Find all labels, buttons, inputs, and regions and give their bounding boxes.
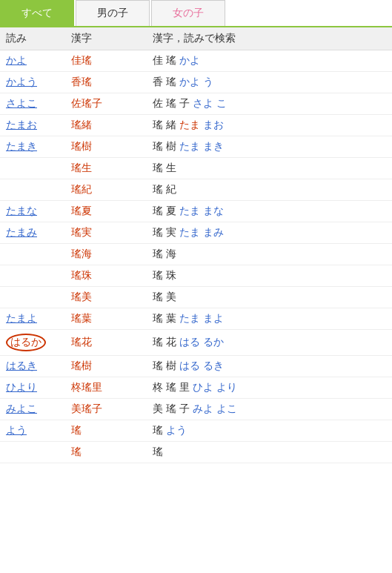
cell-yomi: [0, 265, 65, 287]
search-part: 香: [153, 76, 163, 87]
search-part: 花: [166, 336, 176, 348]
cell-kanji: 瑤花: [65, 330, 147, 356]
search-part: 瑤: [153, 119, 163, 130]
cell-yomi: たまみ: [0, 222, 65, 244]
cell-search: 瑤 美: [147, 287, 392, 308]
cell-yomi: [0, 158, 65, 179]
kanji-link[interactable]: 柊瑤里: [71, 381, 102, 393]
cell-yomi: [0, 244, 65, 265]
cell-yomi: よう: [0, 420, 65, 442]
kanji-link[interactable]: 瑤海: [71, 248, 92, 259]
yomi-link[interactable]: はるき: [6, 360, 37, 371]
kanji-link[interactable]: 瑤葉: [71, 312, 92, 324]
kanji-link[interactable]: 瑤花: [71, 336, 92, 348]
yomi-link-circled[interactable]: はるか: [6, 334, 46, 351]
search-part: 紀: [166, 183, 176, 195]
cell-kanji: 佐瑤子: [65, 93, 147, 115]
search-part: 緒: [166, 119, 176, 130]
cell-yomi: たまき: [0, 136, 65, 158]
search-part: たま: [179, 119, 200, 130]
search-part: 瑤: [153, 424, 163, 436]
table-row: 瑤瑤: [0, 442, 392, 463]
kanji-link[interactable]: 瑤樹: [71, 140, 92, 152]
cell-kanji: 瑤生: [65, 158, 147, 179]
table-row: たまき瑤樹瑤 樹 たま まき: [0, 136, 392, 158]
yomi-link[interactable]: かよう: [6, 76, 37, 87]
table-row: ひより柊瑤里柊 瑤 里 ひよ より: [0, 377, 392, 399]
yomi-link[interactable]: たまよ: [6, 312, 37, 324]
cell-search: 美 瑤 子 みよ よこ: [147, 399, 392, 420]
table-row: みよこ美瑤子美 瑤 子 みよ よこ: [0, 399, 392, 420]
yomi-link[interactable]: たまき: [6, 140, 37, 152]
search-part: 瑤: [166, 76, 176, 87]
search-part: まみ: [203, 226, 224, 238]
search-part: よう: [166, 424, 187, 436]
kanji-link[interactable]: 瑤夏: [71, 205, 92, 216]
col-search: 漢字，読みで検索: [147, 27, 392, 50]
cell-search: 瑤 実 たま まみ: [147, 222, 392, 244]
search-part: 夏: [166, 205, 176, 216]
cell-search: 瑤 夏 たま まな: [147, 201, 392, 222]
table-row: たまみ瑤実瑤 実 たま まみ: [0, 222, 392, 244]
kanji-link[interactable]: 瑤緒: [71, 119, 92, 130]
search-part: はる: [179, 360, 200, 371]
search-part: 美: [166, 291, 176, 302]
cell-search: 瑤 緒 たま まお: [147, 115, 392, 136]
kanji-link[interactable]: 佳瑤: [71, 54, 92, 66]
table-row: かよ佳瑤佳 瑤 かよ: [0, 50, 392, 72]
table-row: 瑤紀瑤 紀: [0, 179, 392, 201]
results-table-container: 読み 漢字 漢字，読みで検索 かよ佳瑤佳 瑤 かよかよう香瑤香 瑤 かよ うさよ…: [0, 27, 392, 463]
kanji-link[interactable]: 瑤紀: [71, 183, 92, 195]
tab-female[interactable]: 女の子: [151, 0, 225, 26]
kanji-link[interactable]: 瑤生: [71, 162, 92, 173]
kanji-link[interactable]: 香瑤: [71, 76, 92, 87]
kanji-link[interactable]: 瑤美: [71, 291, 92, 302]
kanji-link[interactable]: 佐瑤子: [71, 97, 102, 109]
yomi-link[interactable]: みよこ: [6, 403, 37, 414]
search-part: 瑤: [153, 183, 163, 195]
yomi-link[interactable]: ひより: [6, 381, 37, 393]
kanji-link[interactable]: 瑤: [71, 446, 82, 457]
cell-search: 瑤: [147, 442, 392, 463]
yomi-link[interactable]: たまお: [6, 119, 37, 130]
table-row: 瑤美瑤 美: [0, 287, 392, 308]
search-part: こ: [216, 97, 227, 109]
table-row: 瑤珠瑤 珠: [0, 265, 392, 287]
yomi-link[interactable]: たまな: [6, 205, 37, 216]
search-part: よこ: [216, 403, 237, 414]
yomi-link[interactable]: かよ: [6, 54, 27, 66]
search-part: かよ: [179, 76, 200, 87]
kanji-link[interactable]: 瑤樹: [71, 360, 92, 371]
search-part: 子: [179, 97, 190, 109]
tab-all[interactable]: すべて: [0, 0, 74, 26]
yomi-link[interactable]: たまみ: [6, 226, 37, 238]
cell-kanji: 瑤海: [65, 244, 147, 265]
search-part: 珠: [166, 269, 176, 281]
yomi-link[interactable]: よう: [6, 424, 27, 436]
table-row: たまな瑤夏瑤 夏 たま まな: [0, 201, 392, 222]
cell-yomi: ひより: [0, 377, 65, 399]
search-part: 瑤: [153, 446, 163, 457]
header-row: 読み 漢字 漢字，読みで検索: [0, 27, 392, 50]
search-part: 樹: [166, 140, 176, 152]
search-part: はる: [179, 336, 200, 348]
tab-male[interactable]: 男の子: [76, 0, 150, 26]
cell-kanji: 瑤紀: [65, 179, 147, 201]
search-part: たま: [179, 140, 200, 152]
kanji-link[interactable]: 瑤珠: [71, 269, 92, 281]
search-part: まお: [203, 119, 224, 130]
kanji-link[interactable]: 美瑤子: [71, 403, 102, 414]
search-part: るき: [203, 360, 224, 371]
kanji-link[interactable]: 瑤: [71, 424, 82, 436]
yomi-link[interactable]: さよこ: [6, 97, 37, 109]
search-part: 瑤: [153, 291, 163, 302]
col-kanji: 漢字: [65, 27, 147, 50]
cell-yomi: はるき: [0, 356, 65, 377]
cell-yomi: かよう: [0, 72, 65, 93]
search-part: 佐: [153, 97, 163, 109]
kanji-link[interactable]: 瑤実: [71, 226, 92, 238]
search-part: さよ: [193, 97, 213, 109]
search-part: 瑤: [153, 248, 163, 259]
search-part: 里: [179, 381, 190, 393]
search-part: 瑤: [153, 336, 163, 348]
